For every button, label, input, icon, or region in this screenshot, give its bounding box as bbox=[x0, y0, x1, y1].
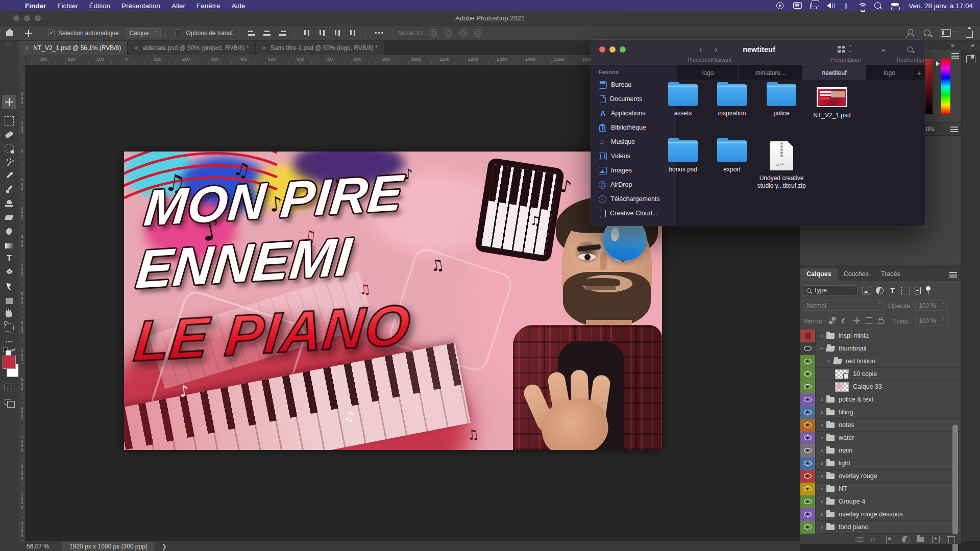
layer-visibility-toggle[interactable] bbox=[800, 444, 816, 457]
edit-toolbar-icon[interactable]: ••• bbox=[0, 336, 18, 348]
tool-eyedropper[interactable] bbox=[0, 170, 18, 182]
layer-visibility-toggle[interactable] bbox=[800, 521, 816, 534]
layer-row[interactable]: › overlay rouge dessous bbox=[800, 508, 961, 521]
sort-icon[interactable]: ⌃⌄ bbox=[848, 45, 852, 53]
color-panel-menu-icon[interactable] bbox=[951, 53, 959, 59]
filter-toggle-icon[interactable] bbox=[925, 286, 930, 294]
layer-visibility-toggle[interactable] bbox=[800, 432, 816, 444]
layer-filter-dropdown[interactable]: Type ˇ bbox=[803, 285, 858, 295]
expand-group-icon[interactable]: › bbox=[821, 434, 823, 441]
align-left-icon[interactable] bbox=[248, 30, 255, 36]
menu-finder[interactable]: Finder bbox=[19, 2, 52, 10]
view-grid-icon[interactable] bbox=[838, 46, 845, 53]
tool-healing[interactable] bbox=[0, 129, 18, 141]
close-tab-icon[interactable]: ✕ bbox=[134, 45, 138, 52]
expand-group-icon[interactable]: › bbox=[821, 523, 823, 531]
layer-style-icon[interactable]: fx bbox=[871, 536, 879, 543]
quick-mask-icon[interactable] bbox=[5, 384, 14, 391]
tool-clone-stamp[interactable] bbox=[0, 197, 18, 210]
layer-row[interactable]: › fond piano bbox=[800, 521, 961, 534]
expand-group-icon[interactable]: › bbox=[821, 332, 823, 339]
expand-group-icon[interactable]: › bbox=[825, 360, 832, 362]
tool-hand[interactable] bbox=[0, 308, 18, 320]
layer-thumbnail[interactable] bbox=[835, 382, 849, 392]
lock-position-icon[interactable] bbox=[853, 317, 860, 324]
opacity-value[interactable]: 100 %ˇ bbox=[915, 300, 948, 311]
finder-tab[interactable]: logo bbox=[678, 65, 739, 80]
tool-magic-wand[interactable] bbox=[0, 156, 18, 168]
move-tool-preset-icon[interactable] bbox=[24, 29, 33, 38]
finder-search-icon[interactable] bbox=[907, 46, 913, 52]
tool-type[interactable]: T bbox=[0, 253, 18, 265]
layer-row[interactable]: › light bbox=[800, 457, 961, 470]
collapse-dock-icon[interactable]: » bbox=[951, 42, 954, 49]
hue-strip[interactable] bbox=[941, 59, 950, 114]
more-align-options-icon[interactable]: ••• bbox=[375, 30, 384, 37]
tool-pen[interactable] bbox=[0, 266, 18, 279]
export-share-icon[interactable] bbox=[966, 31, 973, 38]
tool-brush[interactable] bbox=[0, 184, 18, 196]
layer-row[interactable]: › red finition bbox=[800, 355, 961, 368]
default-colors-icon[interactable] bbox=[3, 347, 8, 352]
volume-menu-icon[interactable] bbox=[827, 2, 835, 9]
layer-visibility-toggle[interactable] bbox=[800, 330, 816, 342]
filter-shape-layers-icon[interactable] bbox=[901, 287, 910, 294]
layer-visibility-toggle[interactable] bbox=[800, 470, 816, 483]
workspace-switcher[interactable]: ˇ bbox=[941, 29, 955, 37]
layer-visibility-toggle[interactable] bbox=[800, 406, 816, 419]
layer-visibility-toggle[interactable] bbox=[800, 381, 816, 393]
expand-group-icon[interactable]: › bbox=[821, 447, 823, 454]
libraries-panel-icon[interactable] bbox=[966, 55, 975, 63]
back-icon[interactable]: ‹ bbox=[699, 45, 702, 54]
close-tab-icon[interactable]: ✕ bbox=[262, 45, 266, 52]
share-invite-icon[interactable] bbox=[906, 29, 914, 37]
hue-slider-arrow[interactable] bbox=[936, 61, 940, 66]
screen-mirroring-menu-icon[interactable] bbox=[810, 4, 817, 9]
layer-row[interactable]: › overlay rouge bbox=[800, 470, 961, 483]
file-item[interactable]: police bbox=[757, 84, 806, 117]
new-group-icon[interactable] bbox=[917, 536, 925, 543]
align-center-icon[interactable] bbox=[263, 30, 271, 36]
expand-group-icon[interactable]: › bbox=[821, 485, 823, 492]
layer-visibility-toggle[interactable] bbox=[800, 508, 816, 521]
tab-couches[interactable]: Couches bbox=[838, 268, 875, 281]
layer-visibility-toggle[interactable] bbox=[800, 495, 816, 508]
layer-row[interactable]: Calque 33 bbox=[800, 381, 961, 393]
auto-select-dropdown[interactable]: Calqueˇ bbox=[126, 28, 161, 38]
motifs-panel-menu-icon[interactable] bbox=[950, 127, 958, 132]
home-icon[interactable] bbox=[5, 29, 14, 38]
swap-colors-icon[interactable]: ⇄ bbox=[11, 347, 15, 353]
control-center-menu-icon[interactable] bbox=[891, 3, 899, 9]
close-tab-icon[interactable]: ✕ bbox=[24, 45, 29, 52]
finder-zoom-icon[interactable] bbox=[620, 46, 626, 53]
new-layer-icon[interactable] bbox=[932, 536, 940, 543]
document-tab[interactable]: ✕alderiate.psd @ 50% (project, RVB/8) * bbox=[128, 41, 255, 55]
file-item[interactable]: NT_V2_1.psd bbox=[807, 84, 856, 119]
menu-aller[interactable]: Aller bbox=[166, 2, 191, 10]
distribute-icon[interactable] bbox=[350, 30, 357, 36]
layer-row[interactable]: 10 copie bbox=[800, 368, 961, 381]
file-item[interactable]: inspiration bbox=[707, 84, 756, 117]
status-chevron-icon[interactable]: ❯ bbox=[162, 543, 167, 550]
tool-frame[interactable] bbox=[0, 321, 18, 334]
layer-row[interactable]: › inspi minia bbox=[800, 330, 961, 342]
spotlight-menu-icon[interactable] bbox=[874, 2, 881, 9]
finder-file-grid[interactable]: assets inspiration police NT_V2_1.psd bo… bbox=[678, 80, 925, 226]
ps-search-icon[interactable] bbox=[924, 30, 930, 36]
file-item[interactable]: assets bbox=[658, 84, 707, 117]
expand-group-icon[interactable]: › bbox=[821, 498, 823, 505]
align-middle-icon[interactable] bbox=[319, 30, 326, 36]
tool-quick-select[interactable] bbox=[0, 142, 18, 155]
finder-minimize-icon[interactable] bbox=[609, 46, 616, 53]
lock-pixels-icon[interactable] bbox=[841, 317, 848, 324]
menu-clock[interactable]: Ven. 28 janv. à 17:04 bbox=[909, 2, 973, 10]
layers-scrollbar[interactable] bbox=[952, 424, 958, 551]
menu-aide[interactable]: Aide bbox=[226, 2, 251, 10]
bluetooth-menu-icon[interactable]: ᛒ bbox=[844, 2, 849, 9]
expand-group-icon[interactable]: › bbox=[821, 421, 823, 429]
new-tab-icon[interactable]: + bbox=[913, 65, 925, 80]
file-item[interactable]: export bbox=[707, 140, 756, 173]
tool-path-select[interactable] bbox=[0, 280, 18, 292]
layers-panel-menu-icon[interactable] bbox=[949, 272, 957, 278]
layer-visibility-toggle[interactable] bbox=[800, 342, 816, 355]
